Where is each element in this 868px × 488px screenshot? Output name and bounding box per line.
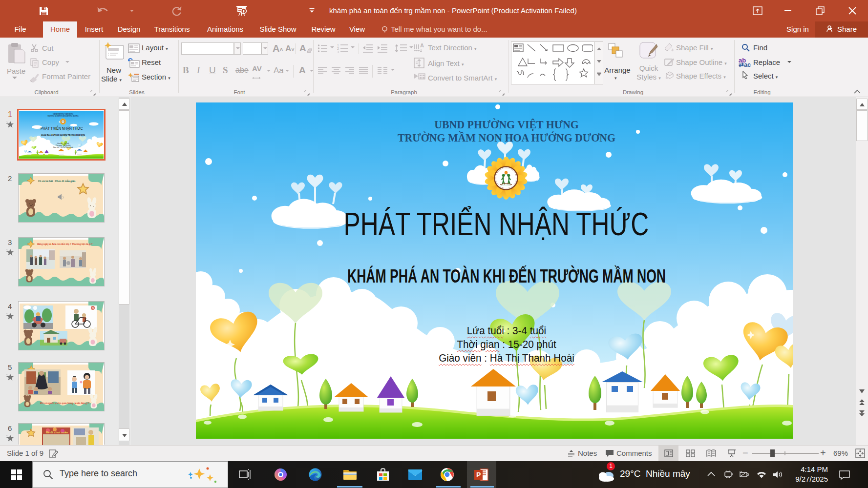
svg-text:Khi có người lạ cho quà chúng: Khi có người lạ cho quà chúng ta nên làm… <box>40 402 89 405</box>
svg-text:Bé đi chơi xuân: Bé đi chơi xuân <box>46 431 68 434</box>
svg-text:Thời gian : 15-20 phút: Thời gian : 15-20 phút <box>56 144 71 146</box>
svg-text:Hàng ngày ai đưa con đến lớp ?: Hàng ngày ai đưa con đến lớp ? Phương ti… <box>37 243 93 245</box>
svg-text:1: 1 <box>337 43 339 47</box>
svg-text:Cô và trẻ hát : Chèo đi mẫu gi: Cô và trẻ hát : Chèo đi mẫu giáo <box>38 180 75 183</box>
svg-text:Lứa tuổi : 3-4 tuổi: Lứa tuổi : 3-4 tuổi <box>57 142 69 144</box>
svg-text:A: A <box>420 42 424 48</box>
svg-text:PHÁT TRIỂN NHẬN THỨC: PHÁT TRIỂN NHẬN THỨC <box>41 125 83 131</box>
svg-text:Giáo viên : Hà Thị Thanh Hoài: Giáo viên : Hà Thị Thanh Hoài <box>53 146 73 148</box>
svg-text:3: 3 <box>337 50 339 54</box>
svg-text:2: 2 <box>337 47 339 50</box>
svg-text:KHÁM PHÁ AN TOÀN KHI ĐẾN TRƯỜN: KHÁM PHÁ AN TOÀN KHI ĐẾN TRƯỜNG MẦM NON <box>41 133 85 137</box>
svg-text:P: P <box>476 471 481 479</box>
